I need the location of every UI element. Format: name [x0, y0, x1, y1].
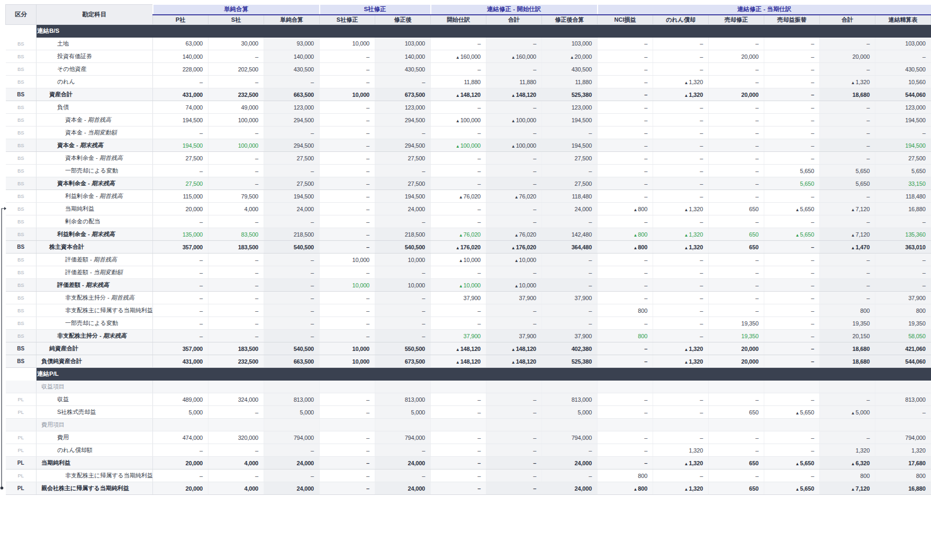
cell-nci-pl[interactable]: 800	[598, 330, 653, 342]
cell-nci-pl[interactable]: ▲800	[598, 228, 653, 241]
cell-consolidation-ws[interactable]: 118,480	[875, 190, 931, 203]
cell-p-company[interactable]: 194,500	[153, 114, 209, 127]
cell-post-adjust-total[interactable]: ▲20,000	[542, 50, 598, 63]
cell-gain-transfer[interactable]: –	[764, 63, 820, 76]
cell-sale-adjust[interactable]: –	[709, 266, 764, 279]
cell-sale-adjust[interactable]: –	[709, 38, 764, 50]
cell-s-company[interactable]: –	[209, 304, 264, 317]
account-label[interactable]: 費用項目	[37, 419, 153, 431]
cell-gain-transfer[interactable]: –	[764, 342, 820, 355]
cell-post-adjust-total[interactable]: 794,000	[542, 431, 598, 444]
cell-s-company[interactable]: –	[209, 292, 264, 304]
account-label[interactable]: 資本剰余金 - 期首残高	[37, 152, 153, 165]
cell-opening-entry[interactable]: –	[431, 127, 486, 139]
cell-post-adjust[interactable]: 294,500	[375, 114, 431, 127]
cell-opening-total[interactable]: 37,900	[486, 330, 542, 342]
cell-opening-total[interactable]: –	[486, 177, 542, 190]
account-label[interactable]: 剰余金の配当	[37, 215, 153, 228]
cell-nci-pl[interactable]: –	[598, 393, 653, 406]
cell-s-company[interactable]: 232,500	[209, 88, 264, 101]
cell-sale-adjust[interactable]: 20,000	[709, 50, 764, 63]
cell-current-total[interactable]: ▲1,470	[820, 241, 875, 254]
cell-goodwill-amort[interactable]: –	[653, 266, 709, 279]
cell-post-adjust-total[interactable]: 194,500	[542, 139, 598, 152]
cell-opening-entry[interactable]: ▲148,120	[431, 342, 486, 355]
cell-goodwill-amort[interactable]: –	[653, 215, 709, 228]
cell-current-total[interactable]: ▲1,320	[820, 76, 875, 88]
cell-post-adjust-total[interactable]: 27,500	[542, 152, 598, 165]
cell-p-company[interactable]: –	[153, 254, 209, 266]
cell-current-total[interactable]: ▲7,120	[820, 203, 875, 215]
cell-gain-transfer[interactable]: –	[764, 444, 820, 457]
cell-post-adjust[interactable]: 218,500	[375, 228, 431, 241]
cell-s-company[interactable]: 4,000	[209, 203, 264, 215]
cell-s-company[interactable]: –	[209, 279, 264, 292]
cell-current-total[interactable]: –	[820, 190, 875, 203]
cell-s-adjust[interactable]: –	[320, 444, 375, 457]
cell-post-adjust-total[interactable]: 813,000	[542, 393, 598, 406]
cell-sale-adjust[interactable]: –	[709, 254, 764, 266]
account-label[interactable]: 資本金 - 期末残高	[37, 139, 153, 152]
cell-opening-entry[interactable]: 11,880	[431, 76, 486, 88]
cell-opening-entry[interactable]: ▲100,000	[431, 114, 486, 127]
cell-s-adjust[interactable]: –	[320, 266, 375, 279]
cell-goodwill-amort[interactable]: –	[653, 292, 709, 304]
cell-opening-total[interactable]: –	[486, 406, 542, 419]
cell-consolidation-ws[interactable]: –	[875, 406, 931, 419]
cell-gain-transfer[interactable]: –	[764, 254, 820, 266]
cell-current-total[interactable]: 5,650	[820, 165, 875, 177]
cell-s-adjust[interactable]: –	[320, 406, 375, 419]
cell-goodwill-amort[interactable]: –	[653, 406, 709, 419]
cell-nci-pl[interactable]: –	[598, 127, 653, 139]
cell-post-adjust-total[interactable]: 37,900	[542, 292, 598, 304]
cell-post-adjust[interactable]: –	[375, 165, 431, 177]
account-label[interactable]: 収益	[37, 393, 153, 406]
cell-s-company[interactable]: –	[209, 266, 264, 279]
cell-p-company[interactable]: –	[153, 330, 209, 342]
cell-gain-transfer[interactable]: –	[764, 304, 820, 317]
cell-opening-total[interactable]: –	[486, 444, 542, 457]
cell-post-adjust-total[interactable]: –	[542, 444, 598, 457]
cell-p-company[interactable]: 63,000	[153, 38, 209, 50]
cell-sale-adjust[interactable]: –	[709, 469, 764, 482]
cell-goodwill-amort[interactable]: –	[653, 38, 709, 50]
cell-nci-pl[interactable]: –	[598, 139, 653, 152]
cell-goodwill-amort[interactable]: ▲1,320	[653, 241, 709, 254]
cell-s-adjust[interactable]: –	[320, 63, 375, 76]
cell-current-total[interactable]: –	[820, 215, 875, 228]
cell-opening-total[interactable]: –	[486, 203, 542, 215]
cell-simple-total[interactable]: 663,500	[264, 355, 320, 368]
cell-goodwill-amort[interactable]: –	[653, 101, 709, 114]
cell-opening-entry[interactable]: ▲76,020	[431, 228, 486, 241]
cell-goodwill-amort[interactable]: –	[653, 114, 709, 127]
cell-p-company[interactable]: –	[153, 304, 209, 317]
cell-nci-pl[interactable]: –	[598, 254, 653, 266]
cell-opening-total[interactable]: ▲76,020	[486, 190, 542, 203]
cell-opening-entry[interactable]: ▲176,020	[431, 241, 486, 254]
cell-goodwill-amort[interactable]: –	[653, 63, 709, 76]
cell-consolidation-ws[interactable]: –	[875, 266, 931, 279]
cell-sale-adjust[interactable]: 650	[709, 228, 764, 241]
cell-s-adjust[interactable]: 10,000	[320, 342, 375, 355]
cell-s-company[interactable]	[209, 381, 264, 393]
cell-s-adjust[interactable]	[320, 419, 375, 431]
cell-nci-pl[interactable]: –	[598, 38, 653, 50]
cell-simple-total[interactable]: –	[264, 215, 320, 228]
cell-gain-transfer[interactable]: –	[764, 355, 820, 368]
cell-consolidation-ws[interactable]: 421,060	[875, 342, 931, 355]
cell-opening-entry[interactable]: –	[431, 177, 486, 190]
cell-p-company[interactable]: 27,500	[153, 152, 209, 165]
cell-sale-adjust[interactable]: –	[709, 127, 764, 139]
cell-simple-total[interactable]: 813,000	[264, 393, 320, 406]
cell-opening-total[interactable]: –	[486, 165, 542, 177]
cell-consolidation-ws[interactable]: 1,320	[875, 444, 931, 457]
cell-opening-entry[interactable]: –	[431, 63, 486, 76]
cell-goodwill-amort[interactable]: ▲1,320	[653, 342, 709, 355]
cell-sale-adjust[interactable]: –	[709, 444, 764, 457]
cell-post-adjust[interactable]: 673,500	[375, 355, 431, 368]
cell-gain-transfer[interactable]: –	[764, 266, 820, 279]
cell-consolidation-ws[interactable]: 27,500	[875, 152, 931, 165]
cell-simple-total[interactable]: –	[264, 330, 320, 342]
cell-s-adjust[interactable]: –	[320, 330, 375, 342]
cell-post-adjust-total[interactable]: –	[542, 266, 598, 279]
